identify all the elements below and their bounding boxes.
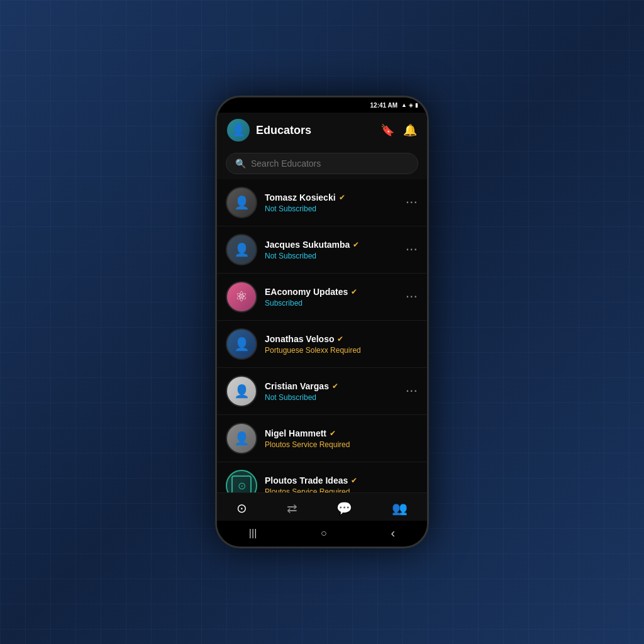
- educator-name: Nigel Hammett: [265, 428, 326, 438]
- status-icons: ▲ ◈ ▮: [401, 102, 418, 108]
- educator-name: EAconomy Updates: [265, 287, 348, 297]
- educator-info: Ploutos Trade Ideas ✔ Ploutos Service Re…: [265, 475, 418, 493]
- nav-item-trade[interactable]: ⇄: [280, 499, 304, 517]
- educator-item[interactable]: 👤 Cristian Vargas ✔ Not Subscribed ···: [217, 368, 427, 415]
- search-icon: 🔍: [235, 158, 246, 169]
- phone-screen: 12:41 AM ▲ ◈ ▮ 👤 Educators 🔖 🔔 🔍: [217, 97, 427, 547]
- verified-badge: ✔: [330, 429, 336, 438]
- educator-status: Portuguese Solexx Required: [265, 346, 418, 355]
- educator-name: Jacques Sukutamba: [265, 240, 350, 250]
- educator-name: Jonathas Veloso: [265, 334, 334, 344]
- educator-info: Tomasz Kosiecki ✔ Not Subscribed: [265, 192, 399, 213]
- bottom-nav: ⊙ ⇄ 💬 👥: [217, 492, 427, 521]
- educator-item[interactable]: 👤 Jonathas Veloso ✔ Portuguese Solexx Re…: [217, 321, 427, 368]
- search-container: 🔍: [217, 148, 427, 179]
- more-options-button[interactable]: ···: [406, 386, 418, 397]
- nav-item-educators[interactable]: 👥: [386, 499, 414, 517]
- educator-info: Jacques Sukutamba ✔ Not Subscribed: [265, 240, 399, 260]
- nav-item-home[interactable]: ⊙: [230, 499, 253, 517]
- status-time: 12:41 AM: [370, 102, 398, 109]
- educator-item[interactable]: ⊙ Ploutos Trade Ideas ✔ Ploutos Service …: [217, 462, 427, 492]
- educator-item[interactable]: 👤 Jacques Sukutamba ✔ Not Subscribed ···: [217, 226, 427, 274]
- bell-icon[interactable]: 🔔: [403, 123, 417, 137]
- wifi-icon: ◈: [409, 102, 413, 108]
- verified-badge: ✔: [351, 476, 357, 485]
- educator-avatar: ⚛: [226, 281, 257, 313]
- signal-icon: ▲: [401, 102, 407, 108]
- educator-info: Nigel Hammett ✔ Ploutos Service Required: [265, 428, 418, 449]
- header-avatar-icon: 👤: [231, 123, 245, 137]
- educators-list: 👤 Tomasz Kosiecki ✔ Not Subscribed ··· 👤…: [217, 179, 427, 492]
- phone-frame: 12:41 AM ▲ ◈ ▮ 👤 Educators 🔖 🔔 🔍: [215, 96, 429, 548]
- educator-name-row: Jonathas Veloso ✔: [265, 334, 418, 344]
- educator-name-row: EAconomy Updates ✔: [265, 287, 399, 297]
- educator-name-row: Cristian Vargas ✔: [265, 381, 399, 391]
- android-nav: ||| ○ ‹: [217, 521, 427, 547]
- educator-avatar: 👤: [226, 375, 257, 407]
- verified-badge: ✔: [351, 287, 357, 296]
- educator-status: Not Subscribed: [265, 204, 399, 213]
- educators-icon: 👥: [392, 501, 408, 516]
- more-options-button[interactable]: ···: [406, 197, 418, 208]
- verified-badge: ✔: [339, 193, 345, 202]
- educator-info: Cristian Vargas ✔ Not Subscribed: [265, 381, 399, 402]
- educator-status: Not Subscribed: [265, 252, 399, 260]
- back-button[interactable]: ‹: [391, 526, 395, 540]
- search-bar: 🔍: [226, 153, 418, 174]
- educator-name: Ploutos Trade Ideas: [265, 475, 348, 486]
- more-options-button[interactable]: ···: [406, 244, 418, 255]
- header-icons: 🔖 🔔: [380, 123, 417, 137]
- educator-name-row: Jacques Sukutamba ✔: [265, 240, 399, 250]
- educator-name: Tomasz Kosiecki: [265, 192, 336, 203]
- header-avatar: 👤: [227, 119, 250, 142]
- verified-badge: ✔: [353, 240, 359, 249]
- educator-item[interactable]: ⚛ EAconomy Updates ✔ Subscribed ···: [217, 274, 427, 321]
- educator-avatar: ⊙: [226, 470, 257, 492]
- educator-name-row: Nigel Hammett ✔: [265, 428, 418, 438]
- verified-badge: ✔: [332, 382, 338, 391]
- educator-name-row: Ploutos Trade Ideas ✔: [265, 475, 418, 486]
- home-icon: ⊙: [236, 501, 247, 516]
- educator-name: Cristian Vargas: [265, 381, 329, 391]
- educator-avatar: 👤: [226, 187, 257, 218]
- app-header: 👤 Educators 🔖 🔔: [217, 113, 427, 148]
- educator-avatar: 👤: [226, 328, 257, 360]
- educator-avatar: 👤: [226, 423, 257, 454]
- educator-status: Not Subscribed: [265, 393, 399, 402]
- nav-item-chat[interactable]: 💬: [330, 499, 358, 517]
- educator-status: Ploutos Service Required: [265, 440, 418, 449]
- status-bar: 12:41 AM ▲ ◈ ▮: [217, 97, 427, 113]
- ploutos-logo: ⊙: [231, 475, 252, 492]
- battery-icon: ▮: [415, 102, 418, 108]
- educator-info: Jonathas Veloso ✔ Portuguese Solexx Requ…: [265, 334, 418, 355]
- educator-name-row: Tomasz Kosiecki ✔: [265, 192, 399, 203]
- trade-icon: ⇄: [287, 501, 297, 516]
- educator-avatar: 👤: [226, 234, 257, 265]
- search-input[interactable]: [251, 158, 409, 169]
- chat-icon: 💬: [336, 501, 352, 516]
- verified-badge: ✔: [337, 335, 343, 343]
- educator-item[interactable]: 👤 Tomasz Kosiecki ✔ Not Subscribed ···: [217, 179, 427, 226]
- educator-status: Ploutos Service Required: [265, 487, 418, 493]
- more-options-button[interactable]: ···: [406, 291, 418, 303]
- educator-status: Subscribed: [265, 299, 399, 308]
- educator-item[interactable]: 👤 Nigel Hammett ✔ Ploutos Service Requir…: [217, 415, 427, 462]
- header-title: Educators: [256, 124, 374, 137]
- recents-button[interactable]: |||: [249, 528, 257, 539]
- bookmark-icon[interactable]: 🔖: [380, 123, 394, 137]
- educator-info: EAconomy Updates ✔ Subscribed: [265, 287, 399, 308]
- home-button[interactable]: ○: [321, 528, 327, 539]
